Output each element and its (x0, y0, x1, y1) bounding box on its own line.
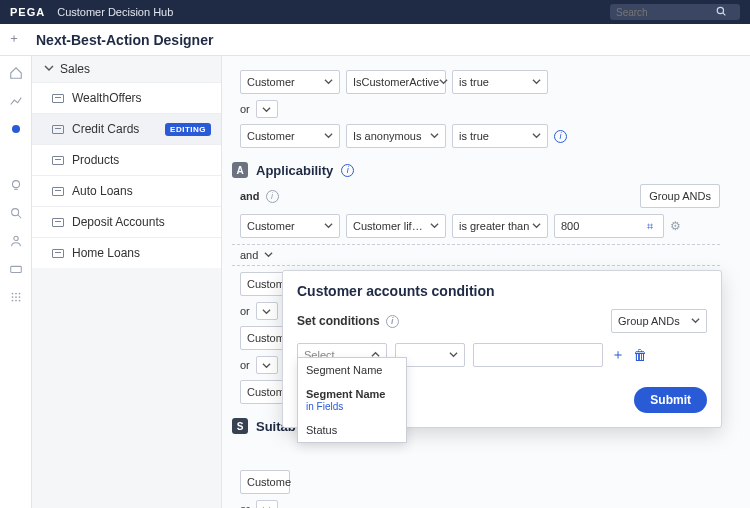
section-badge: S (232, 418, 248, 434)
breadcrumb[interactable]: Customer Decision Hub (57, 6, 173, 18)
sidebar-item-products[interactable]: Products (32, 144, 221, 175)
info-icon[interactable]: i (386, 315, 399, 328)
group-ands-button[interactable]: Group ANDs (640, 184, 720, 208)
op-value: is true (459, 76, 489, 88)
set-conditions-label: Set conditionsi (297, 314, 399, 328)
sidebar-group-header[interactable]: Sales (32, 56, 221, 82)
operator-select[interactable]: is greater than (452, 214, 548, 238)
search-input[interactable] (616, 7, 716, 18)
join-toggle[interactable] (264, 249, 273, 261)
svg-rect-7 (10, 266, 21, 272)
join-label: and (240, 249, 258, 261)
sidebar-item-home-loans[interactable]: Home Loans (32, 237, 221, 268)
join-or: or (240, 100, 720, 118)
join-label: or (240, 305, 250, 317)
dropdown-option[interactable]: Segment Name (298, 358, 406, 382)
number-icon: ⌗ (643, 219, 657, 233)
magnify-icon[interactable] (9, 206, 23, 220)
placeholder-icon-1[interactable] (9, 150, 23, 164)
add-icon[interactable]: ＋ (8, 30, 20, 47)
operator-select[interactable]: is true (452, 70, 548, 94)
operator-select[interactable]: is true (452, 124, 548, 148)
option-sublabel: in Fields (306, 401, 398, 412)
join-toggle[interactable] (256, 356, 278, 374)
svg-point-16 (18, 300, 20, 302)
sidebar: Sales WealthOffers Credit CardsEDITING P… (32, 56, 222, 508)
join-toggle[interactable] (256, 500, 278, 508)
join-and-inner: and (240, 249, 720, 261)
chevron-down-icon (532, 130, 541, 142)
svg-point-13 (18, 296, 20, 298)
info-icon[interactable]: i (266, 190, 279, 203)
value-input[interactable]: 800⌗ (554, 214, 664, 238)
sidebar-item-wealthoffers[interactable]: WealthOffers (32, 82, 221, 113)
entity-select[interactable]: Customer (240, 70, 340, 94)
folder-icon (52, 125, 64, 134)
entity-value: Customer (247, 130, 295, 142)
chevron-down-icon (449, 349, 458, 361)
chevron-down-icon (430, 220, 439, 232)
field-value: Is anonymous (353, 130, 421, 142)
info-icon[interactable]: i (341, 164, 354, 177)
info-icon[interactable]: i (554, 130, 567, 143)
section-title: Applicability (256, 163, 333, 178)
sidebar-item-deposit-accounts[interactable]: Deposit Accounts (32, 206, 221, 237)
entity-select[interactable]: Customer (240, 214, 340, 238)
folder-icon (52, 156, 64, 165)
option-label: Segment Name (306, 364, 382, 376)
gear-icon[interactable]: ⚙ (670, 219, 681, 233)
condition-row: Customer IsCustomerActive is true (240, 70, 720, 94)
option-label: Status (306, 424, 337, 436)
join-label: or (240, 503, 250, 508)
people-icon[interactable] (9, 234, 23, 248)
dropdown-option[interactable]: Status (298, 418, 406, 442)
group-ands-select[interactable]: Group ANDs (611, 309, 707, 333)
svg-point-12 (15, 296, 17, 298)
sidebar-group-label: Sales (60, 62, 90, 76)
grid-icon[interactable] (9, 290, 23, 304)
sidebar-item-label: Deposit Accounts (72, 215, 165, 229)
join-label: or (240, 359, 250, 371)
sidebar-item-label: Products (72, 153, 119, 167)
entity-select[interactable]: Customer (240, 124, 340, 148)
field-select[interactable]: Customer lifetim... (346, 214, 446, 238)
svg-point-2 (12, 181, 19, 188)
submit-button[interactable]: Submit (634, 387, 707, 413)
svg-line-1 (723, 13, 726, 16)
field-select[interactable]: Is anonymous (346, 124, 446, 148)
delete-icon[interactable]: 🗑 (633, 347, 647, 363)
chevron-down-icon (532, 220, 541, 232)
svg-point-15 (15, 300, 17, 302)
nav-active-dot[interactable] (9, 122, 23, 136)
sidebar-item-auto-loans[interactable]: Auto Loans (32, 175, 221, 206)
global-search[interactable] (610, 4, 740, 20)
svg-line-5 (17, 215, 21, 219)
chart-icon[interactable] (9, 94, 23, 108)
home-icon[interactable] (9, 66, 23, 80)
join-toggle[interactable] (256, 100, 278, 118)
dropdown-option[interactable]: Segment Namein Fields (298, 382, 406, 418)
add-icon[interactable]: ＋ (611, 346, 625, 364)
panel-value-input[interactable] (473, 343, 603, 367)
entity-value: Custome (247, 476, 291, 488)
svg-point-4 (11, 209, 18, 216)
entity-select[interactable]: Custome (240, 470, 290, 494)
field-value: IsCustomerActive (353, 76, 439, 88)
sidebar-item-credit-cards[interactable]: Credit CardsEDITING (32, 113, 221, 144)
join-toggle[interactable] (256, 302, 278, 320)
folder-icon (52, 249, 64, 258)
brand-logo: PEGA (10, 6, 45, 18)
group-ands-label: Group ANDs (649, 190, 711, 202)
camera-icon[interactable] (9, 262, 23, 276)
join-label: or (240, 103, 250, 115)
main-content: Customer IsCustomerActive is true or Cus… (222, 56, 750, 508)
sidebar-item-label: Home Loans (72, 246, 140, 260)
search-icon (716, 5, 726, 19)
field-select[interactable]: IsCustomerActive (346, 70, 446, 94)
set-conditions-text: Set conditions (297, 314, 380, 328)
chevron-down-icon (44, 62, 54, 76)
chevron-down-icon (324, 76, 333, 88)
section-badge: A (232, 162, 248, 178)
titlebar: ＋ Next-Best-Action Designer (0, 24, 750, 56)
bulb-icon[interactable] (9, 178, 23, 192)
